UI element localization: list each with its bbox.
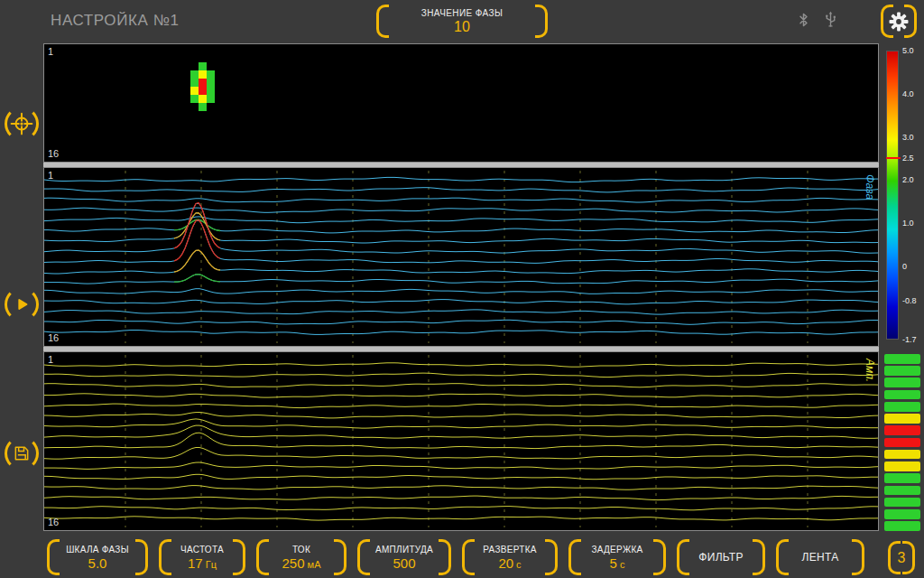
target-button[interactable] bbox=[5, 107, 39, 141]
waveform-trace bbox=[44, 213, 878, 243]
scale-tick-label: 2.5 bbox=[902, 154, 914, 163]
usb-icon bbox=[824, 11, 837, 28]
channel-amplitude-bar bbox=[884, 486, 920, 496]
heatmap-cell bbox=[207, 95, 215, 103]
phase-panel[interactable]: 1 16 Фаза bbox=[43, 167, 879, 347]
app-root: НАСТРОЙКА №1 ЗНАЧЕНИЕ ФАЗЫ 10 bbox=[0, 0, 924, 578]
left-toolbar bbox=[0, 42, 43, 536]
param-button-current[interactable]: ТОК250 мА bbox=[256, 539, 346, 575]
phase-value-label: ЗНАЧЕНИЕ ФАЗЫ bbox=[421, 8, 503, 18]
heatmap-panel[interactable]: 1 16 bbox=[43, 43, 879, 163]
heatmap-last-channel: 16 bbox=[48, 149, 59, 159]
crosshair-icon bbox=[10, 112, 33, 135]
waveform-trace bbox=[44, 413, 878, 418]
waveform-trace bbox=[44, 198, 878, 202]
waveform-trace bbox=[44, 517, 878, 520]
param-value: 250 мА bbox=[282, 555, 321, 571]
scale-tick-label: 1.0 bbox=[902, 219, 914, 228]
waveform-trace bbox=[44, 289, 878, 294]
channel-amplitude-bar bbox=[884, 521, 920, 531]
channel-amplitude-bar bbox=[884, 414, 920, 424]
heatmap-cell bbox=[190, 95, 199, 103]
scale-tick-label: -0.8 bbox=[902, 296, 917, 305]
scale-tick-label: 0 bbox=[902, 262, 907, 271]
status-icons bbox=[798, 11, 837, 28]
channel-amplitude-bar bbox=[884, 366, 920, 376]
heatmap-cell bbox=[199, 95, 207, 103]
settings-button[interactable] bbox=[881, 5, 917, 38]
panels-area: 1 16 1 16 Фаза 1 16 Амп. bbox=[43, 43, 879, 531]
scale-tick-label: 3.0 bbox=[902, 133, 914, 142]
waveform-trace bbox=[44, 384, 878, 387]
page-number: 3 bbox=[898, 550, 906, 566]
waveform-trace bbox=[44, 208, 878, 212]
color-scale: 5.04.03.02.52.01.00-0.8-1.7 bbox=[884, 43, 924, 347]
param-button-sweep[interactable]: РАЗВЕРТКА20 с bbox=[462, 539, 558, 575]
right-column: 5.04.03.02.52.01.00-0.8-1.7 bbox=[882, 43, 924, 531]
waveform-trace bbox=[44, 363, 878, 367]
waveform-trace bbox=[44, 462, 878, 469]
play-button[interactable] bbox=[5, 287, 39, 322]
header: НАСТРОЙКА №1 ЗНАЧЕНИЕ ФАЗЫ 10 bbox=[0, 0, 924, 42]
param-button-delay[interactable]: ЗАДЕРЖКА5 с bbox=[568, 539, 666, 575]
waveform-trace bbox=[44, 310, 878, 314]
param-button-phase-scale[interactable]: ШКАЛА ФАЗЫ5.0 bbox=[47, 539, 148, 575]
param-button-frequency[interactable]: ЧАСТОТА17 Гц bbox=[159, 539, 245, 575]
waveform-trace bbox=[44, 250, 878, 274]
param-value: 17 Гц bbox=[188, 555, 217, 571]
bluetooth-icon bbox=[798, 12, 809, 28]
scale-marker-line[interactable] bbox=[886, 157, 901, 159]
waveform-trace bbox=[44, 373, 878, 378]
heatmap-cell bbox=[199, 87, 207, 95]
phase-axis-label: Фаза bbox=[864, 174, 876, 200]
param-button-amplitude[interactable]: АМПЛИТУДА500 bbox=[357, 539, 451, 575]
phase-first-channel: 1 bbox=[48, 171, 53, 181]
channel-amplitude-bar bbox=[884, 438, 920, 448]
phase-value-box[interactable]: ЗНАЧЕНИЕ ФАЗЫ 10 bbox=[376, 5, 548, 38]
param-value: 20 с bbox=[498, 555, 521, 571]
waveform-trace bbox=[44, 394, 878, 397]
waveform-trace bbox=[44, 433, 878, 448]
param-button-tape[interactable]: ЛЕНТА bbox=[776, 539, 864, 575]
scale-tick-label: 4.0 bbox=[902, 89, 914, 98]
channel-amplitude-bar bbox=[884, 450, 920, 460]
amplitude-panel[interactable]: 1 16 Амп. bbox=[43, 351, 879, 531]
waveform-trace bbox=[44, 448, 878, 460]
param-label: ЧАСТОТА bbox=[180, 545, 224, 555]
waveform-trace bbox=[44, 331, 878, 335]
amplitude-first-channel: 1 bbox=[48, 355, 53, 365]
waveform-peak-highlight bbox=[174, 275, 220, 282]
heatmap-cell bbox=[190, 70, 199, 79]
amplitude-axis-label: Амп. bbox=[864, 359, 876, 382]
color-scale-gradient bbox=[886, 51, 899, 340]
page-number-button[interactable]: 3 bbox=[888, 541, 915, 574]
param-label: РАЗВЕРТКА bbox=[483, 545, 536, 555]
waveform-trace bbox=[44, 474, 878, 479]
heatmap-cell bbox=[199, 103, 207, 111]
heatmap-cell bbox=[199, 79, 207, 87]
channel-amplitude-bar bbox=[884, 473, 920, 483]
heatmap-cell bbox=[190, 79, 199, 87]
waveform-trace bbox=[44, 275, 878, 284]
save-button[interactable] bbox=[5, 436, 39, 471]
phase-last-channel: 16 bbox=[48, 333, 59, 343]
waveform-trace bbox=[44, 496, 878, 500]
param-button-filter[interactable]: ФИЛЬТР bbox=[677, 539, 765, 575]
scale-tick-label: 5.0 bbox=[902, 46, 914, 55]
bottom-bar: ШКАЛА ФАЗЫ5.0ЧАСТОТА17 ГцТОК250 мААМПЛИТ… bbox=[0, 536, 924, 578]
param-value: 5.0 bbox=[88, 555, 107, 571]
scale-tick-label: 2.0 bbox=[902, 175, 914, 184]
param-label: АМПЛИТУДА bbox=[375, 545, 433, 555]
channel-amplitude-bar bbox=[884, 425, 920, 435]
channel-amplitude-bar bbox=[884, 354, 920, 364]
waveform-trace bbox=[44, 404, 878, 408]
heatmap-cell bbox=[199, 62, 207, 70]
param-label: ТОК bbox=[292, 545, 310, 555]
heatmap-first-channel: 1 bbox=[48, 47, 53, 57]
amplitude-last-channel: 16 bbox=[48, 517, 59, 527]
phase-value: 10 bbox=[454, 19, 470, 35]
param-label: ФИЛЬТР bbox=[698, 551, 743, 564]
play-icon bbox=[12, 294, 32, 314]
waveform-trace bbox=[44, 300, 878, 304]
gear-icon bbox=[888, 11, 910, 33]
